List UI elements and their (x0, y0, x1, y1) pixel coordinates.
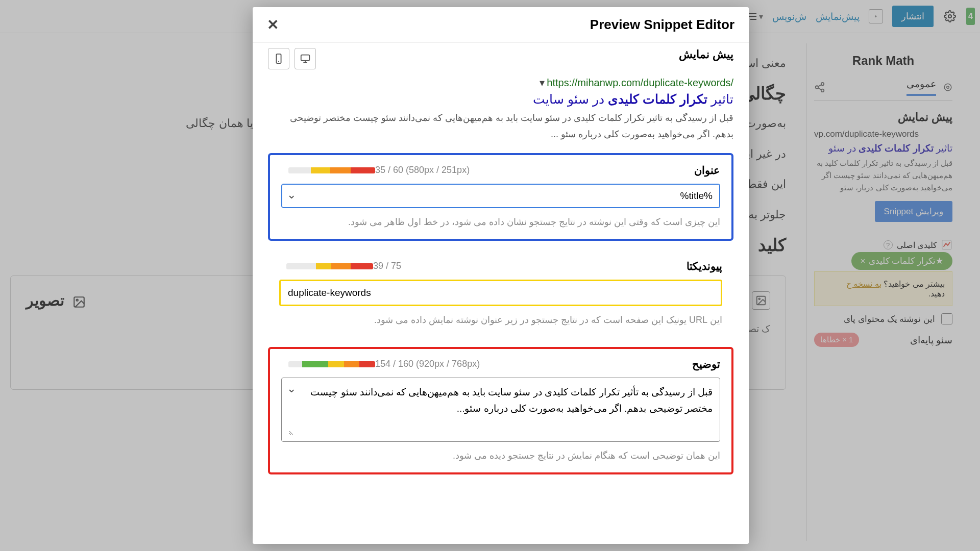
title-field-label: عنوان (694, 164, 720, 177)
title-meter (288, 167, 375, 173)
description-field-label: توضیح (692, 358, 720, 370)
serp-title: تاثیر تکرار کلمات کلیدی در سئو سایت (268, 92, 733, 107)
preview-label: پیش نمایش (679, 48, 733, 61)
permalink-meter (286, 263, 373, 269)
title-field-group: عنوان 35 / 60 (580px / 251px) ⌄ این چیزی… (268, 153, 733, 241)
caret-down-icon: ▾ (540, 77, 545, 88)
description-meter (288, 361, 375, 367)
chevron-down-icon[interactable]: ⌄ (287, 382, 296, 395)
serp-description: قبل از رسیدگی به تاثیر تکرار کلمات کلیدی… (268, 110, 733, 143)
modal-title: Preview Snippet Editor (590, 17, 734, 33)
modal-header: ✕ Preview Snippet Editor (253, 7, 749, 43)
preview-header: پیش نمایش (268, 48, 733, 69)
description-hint: این همان توضیحی است که هنگام نمایش در نت… (281, 450, 720, 461)
device-toggle (268, 48, 316, 69)
close-icon[interactable]: ✕ (267, 16, 279, 33)
mobile-view-button[interactable] (268, 48, 289, 69)
permalink-counter: 39 / 75 (373, 261, 401, 271)
description-counter: 154 / 160 (920px / 768px) (375, 359, 480, 369)
snippet-editor-modal: ✕ Preview Snippet Editor پیش نمایش ▾http… (253, 7, 749, 544)
description-textarea[interactable] (289, 384, 713, 435)
desktop-view-button[interactable] (295, 48, 316, 69)
permalink-hint: این URL یونیک این صفحه است که در نتایج ج… (279, 314, 722, 325)
title-input[interactable] (289, 190, 713, 202)
title-hint: این چیزی است که وقتی این نوشته در نتایج … (281, 216, 720, 228)
description-field-group: توضیح 154 / 160 (920px / 768px) ⌄ این هم… (268, 347, 733, 474)
description-input-wrap[interactable]: ⌄ (281, 378, 720, 442)
title-counter: 35 / 60 (580px / 251px) (375, 165, 470, 176)
permalink-field-label: پیوندیکتا (687, 260, 722, 272)
serp-url: ▾https://mihanwp.com/duplicate-keywords/ (268, 77, 733, 89)
chevron-down-icon[interactable]: ⌄ (287, 188, 296, 202)
title-input-wrap[interactable]: ⌄ (281, 184, 720, 208)
modal-body: پیش نمایش ▾https://mihanwp.com/duplicate… (253, 43, 749, 500)
permalink-field-group: پیوندیکتا 39 / 75 این URL یونیک این صفحه… (268, 251, 733, 337)
svg-rect-32 (301, 55, 310, 61)
permalink-input[interactable] (288, 287, 714, 298)
permalink-input-wrap[interactable] (279, 280, 722, 306)
